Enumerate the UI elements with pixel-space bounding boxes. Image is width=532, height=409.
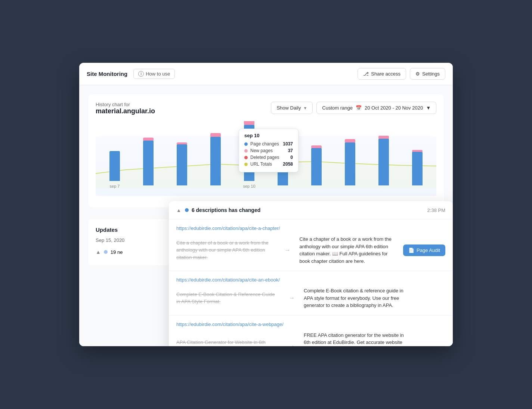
bar-label-4: sep 10 [243, 184, 255, 188]
content-row-0: Cite a chapter of a book or a work from … [169, 236, 453, 271]
bar-pink-4 [244, 121, 254, 125]
settings-button[interactable]: ⚙ Settings [410, 68, 445, 80]
collapse-icon[interactable]: ▲ [176, 207, 181, 213]
arrow-right-icon-2: → [284, 343, 299, 347]
chart-tooltip: sep 10 Page changes 1037 New pages [239, 129, 299, 172]
bar-pink-6 [311, 145, 322, 148]
chart-header: History chart for material.angular.io Sh… [96, 102, 436, 115]
detail-panel-scroll[interactable]: https://edubirdie.com/citation/apa/cite-… [169, 219, 453, 346]
bar-pink-3 [210, 133, 221, 137]
bar-group-3 [200, 133, 231, 188]
tooltip-label-1: New pages [244, 148, 288, 153]
bar-group-9 [402, 150, 433, 188]
bar-blue-3 [210, 137, 221, 185]
date-range-label: Custom range [322, 105, 353, 111]
tooltip-value-3: 2058 [283, 162, 293, 167]
bar-label-0: sep 7 [110, 184, 120, 188]
date-range-button[interactable]: Custom range 📅 20 Oct 2020 - 20 Nov 2020… [316, 102, 436, 114]
how-to-use-button[interactable]: i How to use [133, 69, 175, 79]
bar-pink-7 [345, 139, 355, 142]
tooltip-row-2: Deleted pages 0 [244, 155, 293, 160]
entry-url-0[interactable]: https://edubirdie.com/citation/apa/cite-… [176, 225, 445, 231]
bar-blue-8 [378, 139, 389, 185]
tooltip-label-text-0: Page changes [250, 141, 279, 147]
arrow-right-icon-0: → [280, 247, 295, 253]
changed-dot [185, 208, 189, 212]
share-icon: ⎇ [363, 71, 369, 77]
chart-area: sep 7 [96, 121, 436, 203]
chevron-up-updates[interactable]: ▲ [96, 249, 101, 255]
chevron-down-icon: ▼ [303, 106, 307, 110]
bar-group-0: sep 7 [99, 151, 130, 188]
chart-section: History chart for material.angular.io Sh… [88, 94, 444, 207]
changed-description: 6 descriptions has changed [185, 207, 260, 213]
tooltip-label-text-3: URL Totals [250, 162, 272, 167]
bar-blue-6 [311, 148, 322, 185]
show-daily-label: Show Daily [276, 105, 301, 111]
bar-stack-6 [301, 145, 332, 185]
update-item-label: 19 ne [111, 249, 123, 255]
header-actions: ⎇ Share access ⚙ Settings [358, 68, 445, 80]
updates-title: Updates [96, 227, 163, 233]
arrow-right-icon-1: → [284, 295, 299, 301]
new-text-0: Cite a chapter of a book or a work from … [300, 236, 399, 265]
entry-url-1[interactable]: https://edubirdie.com/citation/apa/cite-… [176, 277, 445, 283]
bar-pink-8 [378, 136, 389, 139]
bar-blue-7 [345, 142, 355, 185]
bar-stack-3 [200, 133, 231, 185]
show-daily-dropdown[interactable]: Show Daily ▼ [271, 102, 313, 114]
history-label: History chart for [96, 102, 155, 107]
bar-group-1 [133, 138, 164, 188]
update-date: Sep 15, 2020 [96, 237, 163, 243]
tooltip-dot-2 [244, 156, 248, 159]
tooltip-value-2: 0 [290, 155, 293, 160]
bar-blue-0 [109, 151, 120, 181]
bar-pink-1 [143, 138, 154, 141]
chart-controls: Show Daily ▼ Custom range 📅 20 Oct 2020 … [271, 102, 436, 114]
bar-stack-1 [133, 138, 164, 185]
main-content: History chart for material.angular.io Sh… [79, 85, 453, 346]
new-text-1: Complete E-Book citation & reference gui… [304, 287, 407, 309]
chevron-down-icon-date: ▼ [426, 105, 431, 111]
info-icon: i [138, 71, 144, 77]
tooltip-row-1: New pages 37 [244, 148, 293, 153]
tooltip-row-0: Page changes 1037 [244, 141, 293, 147]
bar-group-7 [335, 139, 365, 188]
url-row-1: https://edubirdie.com/citation/apa/cite-… [169, 271, 453, 287]
bar-group-6 [301, 145, 332, 188]
tooltip-dot-1 [244, 149, 248, 153]
gear-icon: ⚙ [415, 71, 420, 77]
tooltip-date: sep 10 [244, 133, 293, 138]
date-range-value: 20 Oct 2020 - 20 Nov 2020 [365, 105, 423, 111]
entry-url-2[interactable]: https://edubirdie.com/citation/apa/cite-… [176, 322, 445, 327]
tooltip-label-2: Deleted pages [244, 155, 290, 160]
bar-stack-0 [99, 151, 130, 181]
page-audit-label: Page Audit [417, 247, 440, 253]
tooltip-label-text-2: Deleted pages [250, 155, 279, 160]
tooltip-label-0: Page changes [244, 141, 283, 147]
detail-entry-0: https://edubirdie.com/citation/apa/cite-… [169, 219, 453, 271]
detail-time: 2:38 PM [427, 207, 445, 213]
share-access-label: Share access [371, 71, 400, 77]
share-access-button[interactable]: ⎇ Share access [358, 68, 406, 80]
page-audit-button-0[interactable]: 📄 Page Audit [403, 245, 445, 256]
old-text-1: Complete E-Book Citation & Reference Gui… [176, 291, 280, 305]
bar-stack-2 [167, 142, 197, 185]
old-text-2: APA Citation Generator for Website in 6t… [176, 339, 280, 346]
bar-blue-9 [412, 152, 423, 185]
old-text-0: Cite a chapter of a book or a work from … [176, 239, 276, 261]
changed-label: 6 descriptions has changed [192, 207, 260, 213]
bar-stack-8 [368, 136, 399, 185]
chart-title-group: History chart for material.angular.io [96, 102, 155, 115]
app-header: Site Monitoring i How to use ⎇ Share acc… [79, 63, 453, 85]
content-row-2: APA Citation Generator for Website in 6t… [169, 332, 453, 347]
detail-header-left: ▲ 6 descriptions has changed [176, 207, 260, 213]
bar-group-2 [167, 142, 197, 188]
app-title: Site Monitoring [87, 71, 127, 77]
detail-entry-1: https://edubirdie.com/citation/apa/cite-… [169, 271, 453, 316]
bar-blue-5 [278, 170, 288, 185]
updates-section: Updates Sep 15, 2020 ▲ 19 ne [88, 219, 170, 265]
tooltip-row-3: URL Totals 2058 [244, 162, 293, 167]
update-item-0: ▲ 19 ne [96, 246, 163, 258]
tooltip-dot-0 [244, 142, 248, 146]
